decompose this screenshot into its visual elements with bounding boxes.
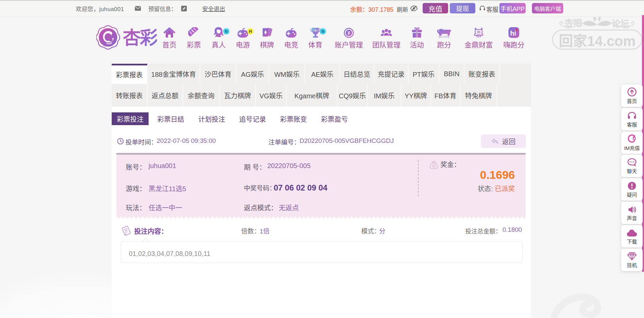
svg-text:超分大本营: 超分大本营 [439,35,450,38]
svg-text:s: s [433,164,435,168]
svg-text:hi: hi [510,30,516,37]
